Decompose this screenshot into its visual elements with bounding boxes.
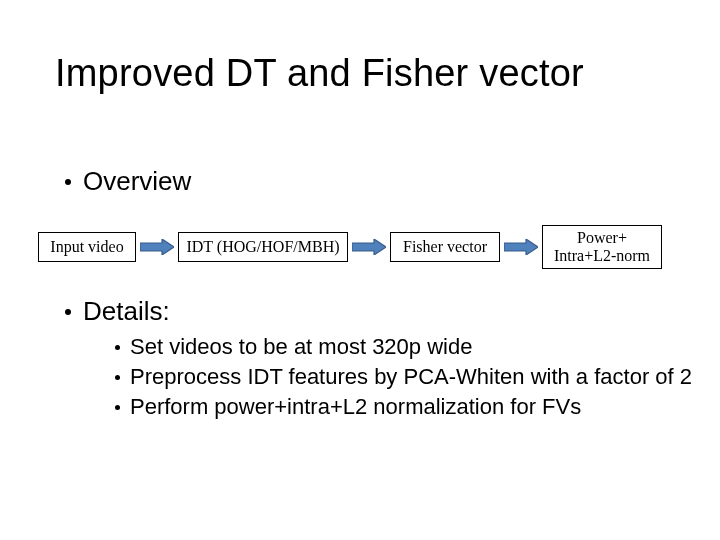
details-heading: Details: bbox=[65, 296, 170, 327]
arrow-icon bbox=[140, 239, 174, 255]
slide: Improved DT and Fisher vector Overview I… bbox=[0, 0, 720, 540]
arrow-icon bbox=[352, 239, 386, 255]
details-item-text: Perform power+intra+L2 normalization for… bbox=[130, 394, 581, 420]
bullet-icon bbox=[65, 309, 71, 315]
pipeline-flow: Input video IDT (HOG/HOF/MBH) Fisher vec… bbox=[38, 225, 698, 269]
flow-box-input-video: Input video bbox=[38, 232, 136, 262]
overview-heading: Overview bbox=[65, 166, 191, 197]
details-label: Details: bbox=[83, 296, 170, 327]
overview-label: Overview bbox=[83, 166, 191, 197]
details-item-text: Set videos to be at most 320p wide bbox=[130, 334, 472, 360]
svg-marker-2 bbox=[352, 239, 386, 255]
bullet-icon bbox=[65, 179, 71, 185]
bullet-icon bbox=[115, 405, 120, 410]
slide-title: Improved DT and Fisher vector bbox=[55, 52, 584, 95]
details-list: Set videos to be at most 320p wide Prepr… bbox=[115, 334, 692, 424]
flow-box-normalization: Power+ Intra+L2-norm bbox=[542, 225, 662, 269]
details-item-text: Preprocess IDT features by PCA-Whiten wi… bbox=[130, 364, 692, 390]
details-item: Perform power+intra+L2 normalization for… bbox=[115, 394, 692, 420]
arrow-icon bbox=[504, 239, 538, 255]
details-item: Set videos to be at most 320p wide bbox=[115, 334, 692, 360]
flow-box-normalization-text: Power+ Intra+L2-norm bbox=[554, 229, 650, 266]
bullet-icon bbox=[115, 345, 120, 350]
flow-box-fisher-vector: Fisher vector bbox=[390, 232, 500, 262]
details-item: Preprocess IDT features by PCA-Whiten wi… bbox=[115, 364, 692, 390]
flow-box-idt: IDT (HOG/HOF/MBH) bbox=[178, 232, 348, 262]
svg-marker-0 bbox=[140, 239, 174, 255]
bullet-icon bbox=[115, 375, 120, 380]
svg-marker-4 bbox=[504, 239, 538, 255]
